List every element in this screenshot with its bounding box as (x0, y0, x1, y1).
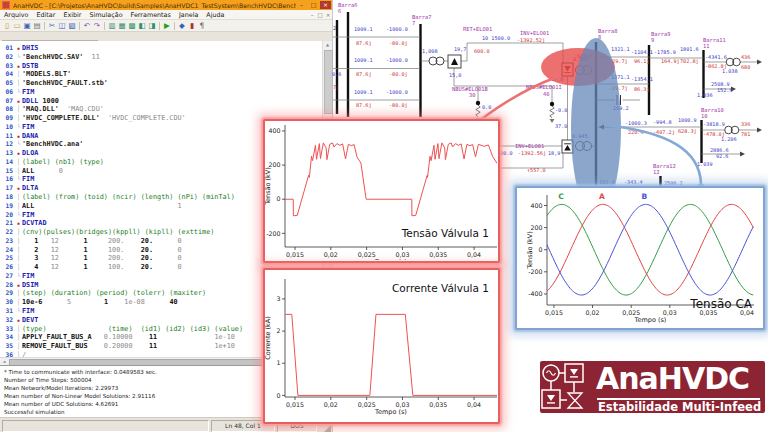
menu-simulac-a-o[interactable]: Simulação (85, 11, 126, 19)
diagram-label: Barra10 (701, 107, 724, 113)
diagram-label: 1321.1 (611, 46, 630, 52)
diagram-label: 30 (469, 92, 476, 98)
diagram-label: -29.7j (609, 58, 628, 65)
diagram-label: 2 (333, 25, 336, 31)
toolbar-separator (104, 22, 105, 30)
scroll-up-icon[interactable]: ▲ (323, 41, 332, 49)
svg-text:Tensão (kV): Tensão (kV) (265, 167, 272, 206)
valve-voltage-chart-window[interactable]: -20002004000,0150,020,0250,030,0350,04Te… (263, 119, 500, 263)
print-icon[interactable]: ▤ (32, 21, 42, 31)
diagram-label: 10 1500.0 (482, 35, 510, 41)
vscroll-thumb[interactable] (324, 50, 333, 114)
svg-text:400: 400 (268, 127, 280, 134)
copy-icon[interactable]: ◫ (57, 21, 67, 31)
svg-text:-400: -400 (528, 290, 542, 297)
menu-arquivo[interactable]: Arquivo (0, 11, 32, 19)
svg-text:3: 3 (276, 295, 280, 302)
svg-text:0,035: 0,035 (429, 401, 447, 408)
save-icon[interactable]: ▣ (22, 21, 32, 31)
svg-text:0,015: 0,015 (286, 401, 304, 408)
diagram-label: -1104.1 (631, 49, 653, 55)
diagram-label: -80.0j (389, 40, 408, 47)
menu-janela[interactable]: Janela (175, 11, 202, 19)
svg-text:Tempo (s): Tempo (s) (634, 316, 667, 324)
resize-grip[interactable] (324, 425, 331, 432)
view-grid-icon[interactable]: ▥ (107, 21, 117, 31)
undo-icon[interactable]: ↶ (82, 21, 92, 31)
diagram-label: 0.0 (482, 104, 491, 110)
svg-text:Tensão (kV): Tensão (kV) (526, 231, 534, 270)
menu-exibir[interactable]: Exibir (59, 11, 85, 19)
valve-current-chart-window[interactable]: 01230,0150,020,0250,030,0350,04Corrente … (263, 268, 500, 424)
diagram-label: 87.6j (356, 102, 372, 109)
maximize-icon[interactable]: □ (308, 1, 319, 9)
toolbar: ▯▭▣▤✂◫▧↶↷▥▦▩◧◨▶◆▮¶ (0, 20, 332, 32)
diagram-label: -80.0j (389, 102, 408, 109)
diagram-label: 169.2 (613, 105, 629, 111)
toolbar-separator (79, 22, 80, 30)
diagram-label: -862.8j (705, 63, 727, 70)
svg-text:0,02: 0,02 (324, 401, 338, 408)
diagram-label: 87.6j (356, 71, 372, 78)
fold-right-icon[interactable]: ◨ (147, 21, 157, 31)
svg-text:-200: -200 (266, 230, 280, 237)
diagram-label: 102.8 (599, 179, 615, 185)
svg-text:0,015: 0,015 (545, 309, 563, 316)
diagram-label: 96.1j (634, 58, 650, 65)
diagram-label: 164.9j (661, 58, 680, 65)
help-icon[interactable]: ¶ (197, 21, 207, 31)
load-arrowheads (599, 60, 762, 191)
fold-left-icon[interactable]: ◧ (137, 21, 147, 31)
svg-text:0: 0 (276, 392, 280, 399)
diagram-label: 616,5 (577, 53, 593, 59)
logo-title: AnaHVDC (596, 362, 749, 396)
bookmark-icon[interactable]: ▮ (187, 21, 197, 31)
diagram-label: 19,7 (454, 46, 467, 52)
blue-annotation-arrow (606, 125, 705, 190)
menu-ferramentas[interactable]: Ferramentas (127, 11, 175, 19)
svg-text:400: 400 (530, 202, 542, 209)
app-icon (2, 1, 10, 9)
redo-icon[interactable]: ↷ (92, 21, 102, 31)
menu-editar[interactable]: Editar (32, 11, 59, 19)
diagram-label: 220.6 (628, 129, 644, 135)
diagram-label: 8 (598, 34, 601, 40)
diagram-label: -478.0j (703, 131, 725, 138)
open-file-icon[interactable]: ▭ (12, 21, 22, 31)
logo-icons (540, 361, 594, 413)
view-list-icon[interactable]: ▦ (117, 21, 127, 31)
valve-current-chart: 01230,0150,020,0250,030,0350,04Corrente … (265, 270, 497, 421)
mdi-close-icon[interactable]: × (324, 12, 332, 18)
view-blocks-icon[interactable]: ▩ (127, 21, 137, 31)
diagram-label: INV+ELO01 (520, 30, 549, 36)
ac-voltage-chart-window[interactable]: -400-20002004000,0150,020,0250,030,0350,… (515, 186, 765, 330)
diagram-label: 1371.1 (611, 74, 630, 80)
svg-text:1: 1 (276, 359, 280, 366)
title-bar[interactable]: AnaHVDC - [C:\Projetos\AnaHVDC\build\Sam… (0, 0, 332, 10)
diagram-label: 37.0 (555, 123, 568, 129)
cut-icon[interactable]: ✂ (47, 21, 57, 31)
diagram-label: 87.6j (356, 40, 372, 47)
logo-subtitle: Estabilidade Multi-Infeed (598, 400, 761, 414)
diagram-label: +557.0 (527, 167, 546, 173)
window-title: AnaHVDC - [C:\Projetos\AnaHVDC\build\Sam… (13, 2, 296, 9)
diagram-label: Barra8 (598, 28, 617, 34)
code-line: 05│'BenchHVDC_FAULT.stb' (0, 76, 322, 85)
toolbar-separator (159, 22, 160, 30)
run-simulation-icon[interactable]: ▶ (162, 21, 172, 31)
paste-icon[interactable]: ▧ (67, 21, 77, 31)
svg-text:0,035: 0,035 (429, 251, 447, 258)
node-dots (476, 101, 554, 106)
find-icon[interactable]: ◆ (177, 21, 187, 31)
diagram-label: 15,0 (449, 72, 462, 78)
svg-text:0,025: 0,025 (358, 251, 376, 258)
diagram-label: -0.0 (555, 107, 568, 113)
menu-ajuda[interactable]: Ajuda (202, 11, 228, 19)
mdi-restore-icon[interactable]: □ (316, 12, 324, 18)
minimize-icon[interactable]: – (296, 1, 307, 9)
diagram-label: -1354.1 (631, 76, 653, 82)
close-icon[interactable]: × (320, 1, 331, 9)
new-file-icon[interactable]: ▯ (2, 21, 12, 31)
diagram-label: 11 (703, 43, 710, 49)
mdi-minimize-icon[interactable]: – (308, 12, 316, 18)
